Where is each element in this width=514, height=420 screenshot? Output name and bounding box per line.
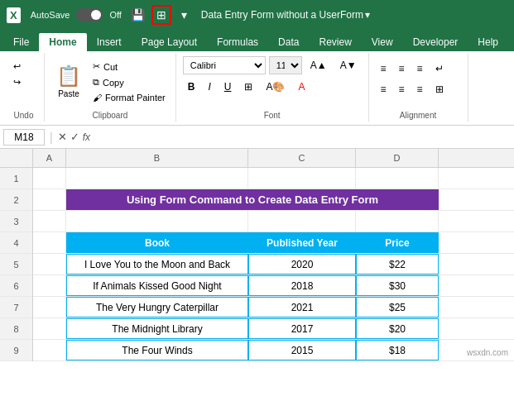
- cut-button[interactable]: ✂ Cut: [89, 60, 169, 74]
- font-color-button[interactable]: A: [293, 78, 310, 96]
- col-header-c[interactable]: C: [248, 149, 356, 167]
- cell-c9[interactable]: 2015: [248, 340, 356, 360]
- row-header-6[interactable]: 6: [0, 275, 32, 297]
- cell-a8[interactable]: [33, 318, 66, 339]
- document-title-area: Data Entry Form without a UserForm ▾: [201, 9, 507, 21]
- cell-a3[interactable]: [33, 211, 66, 231]
- cell-a6[interactable]: [33, 275, 66, 296]
- formula-input[interactable]: [94, 130, 511, 145]
- col-header-a[interactable]: A: [33, 149, 66, 167]
- cell-a4[interactable]: [33, 232, 66, 253]
- align-right-btn[interactable]: ≡: [412, 80, 428, 98]
- row-header-8[interactable]: 8: [0, 318, 32, 340]
- cell-c5[interactable]: 2020: [248, 254, 356, 274]
- cell-b6[interactable]: If Animals Kissed Good Night: [66, 275, 248, 296]
- quick-access-icon[interactable]: ⊞: [151, 5, 171, 25]
- format-painter-button[interactable]: 🖌 Format Painter: [89, 91, 169, 104]
- align-left-btn[interactable]: ≡: [376, 80, 392, 98]
- cell-reference-input[interactable]: [3, 129, 45, 146]
- font-decrease-btn[interactable]: A▼: [335, 56, 362, 74]
- italic-button[interactable]: I: [203, 78, 215, 96]
- tab-file[interactable]: File: [3, 33, 39, 51]
- font-size-select[interactable]: 11: [269, 56, 302, 74]
- formula-icons: ✕ ✓ fx: [58, 131, 90, 143]
- fill-color-button[interactable]: A🎨: [261, 78, 290, 96]
- cell-b1[interactable]: [66, 168, 248, 189]
- cancel-formula-icon[interactable]: ✕: [58, 131, 67, 143]
- align-center-btn[interactable]: ≡: [394, 80, 410, 98]
- cell-b9[interactable]: The Four Winds: [66, 340, 248, 360]
- cell-d5[interactable]: $22: [356, 254, 439, 274]
- cell-a2[interactable]: [33, 189, 66, 210]
- tab-data[interactable]: Data: [268, 33, 309, 51]
- header-price[interactable]: Price: [356, 232, 439, 253]
- doc-title-text: Data Entry Form without a UserForm: [201, 9, 363, 21]
- row-header-7[interactable]: 7: [0, 297, 32, 318]
- tab-home[interactable]: Home: [39, 33, 86, 51]
- col-header-d[interactable]: D: [356, 149, 439, 167]
- cell-d6[interactable]: $30: [356, 275, 439, 296]
- font-increase-btn[interactable]: A▲: [305, 56, 332, 74]
- table-row: The Midnight Library 2017 $20: [33, 318, 514, 340]
- cell-a7[interactable]: [33, 297, 66, 317]
- doc-title[interactable]: Data Entry Form without a UserForm ▾: [201, 9, 507, 21]
- underline-button[interactable]: U: [219, 78, 237, 96]
- bold-button[interactable]: B: [183, 78, 200, 96]
- cell-b3[interactable]: [66, 211, 248, 231]
- cell-a1[interactable]: [33, 168, 66, 189]
- font-name-select[interactable]: Calibri: [183, 56, 266, 74]
- tab-help[interactable]: Help: [468, 33, 508, 51]
- tab-insert[interactable]: Insert: [87, 33, 132, 51]
- tab-view[interactable]: View: [362, 33, 403, 51]
- cell-b5[interactable]: I Love You to the Moon and Back: [66, 254, 248, 274]
- align-top-right-btn[interactable]: ≡: [412, 60, 428, 78]
- wrap-btn[interactable]: ↵: [430, 60, 449, 78]
- header-year[interactable]: Published Year: [248, 232, 356, 253]
- header-book[interactable]: Book: [66, 232, 248, 253]
- merge-btn[interactable]: ⊞: [430, 80, 449, 98]
- save-icon[interactable]: 💾: [128, 5, 148, 25]
- border-button[interactable]: ⊞: [239, 78, 257, 96]
- cell-d9[interactable]: $18: [356, 340, 439, 360]
- dropdown-icon[interactable]: ▾: [175, 5, 195, 25]
- insert-function-icon[interactable]: fx: [83, 131, 90, 143]
- row-header-1[interactable]: 1: [0, 168, 32, 189]
- tab-formulas[interactable]: Formulas: [207, 33, 268, 51]
- row-header-4[interactable]: 4: [0, 232, 32, 254]
- col-header-b[interactable]: B: [66, 149, 248, 167]
- align-top-center-btn[interactable]: ≡: [394, 60, 410, 78]
- cell-c1[interactable]: [248, 168, 356, 189]
- tab-review[interactable]: Review: [309, 33, 361, 51]
- cell-d1[interactable]: [356, 168, 439, 189]
- cell-d3[interactable]: [356, 211, 439, 231]
- cell-d8[interactable]: $20: [356, 318, 439, 339]
- redo-button[interactable]: ↪: [10, 75, 24, 89]
- cell-b7[interactable]: The Very Hungry Caterpillar: [66, 297, 248, 317]
- tab-page-layout[interactable]: Page Layout: [132, 33, 207, 51]
- copy-button[interactable]: ⧉ Copy: [89, 75, 169, 89]
- align-top-left-btn[interactable]: ≡: [376, 60, 392, 78]
- paste-button[interactable]: 📋 Paste: [51, 56, 86, 106]
- cell-c8[interactable]: 2017: [248, 318, 356, 339]
- doc-title-dropdown-arrow[interactable]: ▾: [365, 9, 370, 21]
- cell-c3[interactable]: [248, 211, 356, 231]
- cell-c7[interactable]: 2021: [248, 297, 356, 317]
- cell-a5[interactable]: [33, 254, 66, 274]
- cell-a9[interactable]: [33, 340, 66, 360]
- autosave-toggle[interactable]: [76, 8, 103, 21]
- undo-button[interactable]: ↩: [10, 60, 24, 74]
- row-header-3[interactable]: 3: [0, 211, 32, 232]
- row-header-2[interactable]: 2: [0, 189, 32, 211]
- confirm-formula-icon[interactable]: ✓: [70, 131, 79, 143]
- column-headers: A B C D: [0, 149, 514, 168]
- title-merged-cell[interactable]: Using Form Command to Create Data Entry …: [66, 189, 439, 210]
- formula-divider: |: [48, 131, 55, 144]
- row-header-5[interactable]: 5: [0, 254, 32, 275]
- cell-d7[interactable]: $25: [356, 297, 439, 317]
- table-row: I Love You to the Moon and Back 2020 $22: [33, 254, 514, 275]
- cell-b8[interactable]: The Midnight Library: [66, 318, 248, 339]
- tab-developer[interactable]: Developer: [403, 33, 468, 51]
- row-header-9[interactable]: 9: [0, 340, 32, 361]
- cell-c6[interactable]: 2018: [248, 275, 356, 296]
- font-row1: Calibri 11 A▲ A▼: [183, 56, 362, 74]
